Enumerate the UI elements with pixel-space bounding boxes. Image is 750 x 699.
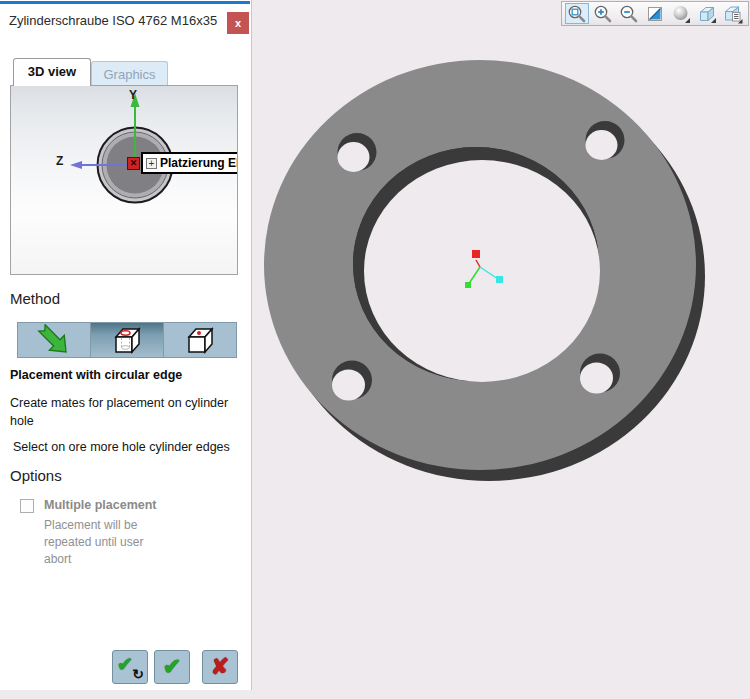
center-hole-opening xyxy=(364,160,600,382)
method-point-button[interactable] xyxy=(163,322,237,358)
ok-button[interactable]: ✔ xyxy=(154,650,190,684)
repeat-arrow-icon: ↻ xyxy=(132,667,144,681)
panel-accent-line xyxy=(0,1,250,4)
check-icon: ✔ xyxy=(163,656,181,678)
cube-point-icon xyxy=(182,324,218,356)
tab-3d-view[interactable]: 3D view xyxy=(13,58,91,86)
flange-part[interactable] xyxy=(252,0,750,699)
placement-plane-callout[interactable]: + Platzierung Ebene xyxy=(141,152,238,174)
description-line: abort xyxy=(44,551,143,568)
axis-y-label: Y xyxy=(129,88,137,102)
multiple-placement-description: Placement will be repeated until user ab… xyxy=(44,517,143,568)
zoom-in-icon[interactable] xyxy=(591,3,615,24)
options-heading: Options xyxy=(10,467,62,484)
multiple-placement-label: Multiple placement xyxy=(44,498,157,512)
placement-plane-label: Platzierung Ebene xyxy=(160,156,238,170)
shaded-view-icon[interactable] xyxy=(643,3,667,24)
origin-x-marker: ✕ xyxy=(127,157,140,170)
close-button[interactable]: x xyxy=(227,12,249,34)
expand-plus-icon[interactable]: + xyxy=(146,158,157,169)
free-placement-arrow-icon xyxy=(32,324,76,356)
application-window: Zylinderschraube ISO 4762 M16x35 x 3D vi… xyxy=(0,0,750,699)
check-icon: ✔ xyxy=(117,655,133,674)
multiple-placement-checkbox[interactable] xyxy=(20,499,34,513)
3d-viewport[interactable] xyxy=(252,0,750,699)
view-cube-icon[interactable] xyxy=(695,3,719,24)
method-free-placement-button[interactable] xyxy=(17,322,91,358)
method-description: Create mates for placement on cylinder h… xyxy=(10,394,238,430)
placement-dialog: Zylinderschraube ISO 4762 M16x35 x 3D vi… xyxy=(0,0,252,690)
apply-and-repeat-button[interactable]: ✔ ↻ xyxy=(112,650,148,684)
render-sphere-icon[interactable] xyxy=(669,3,693,24)
tab-graphics[interactable]: Graphics xyxy=(91,61,168,86)
dialog-title: Zylinderschraube ISO 4762 M16x35 xyxy=(9,13,219,28)
zoom-window-icon[interactable] xyxy=(565,3,589,24)
cancel-button[interactable]: ✘ xyxy=(202,650,238,684)
cross-icon: ✘ xyxy=(211,656,229,678)
cube-circular-hole-icon xyxy=(109,324,145,356)
method-heading: Method xyxy=(10,290,60,307)
view-toolbar xyxy=(561,1,749,26)
axis-z-label: Z xyxy=(56,154,63,168)
method-circular-edge-button[interactable] xyxy=(90,322,164,358)
screw-head-preview xyxy=(11,86,238,275)
method-selected-title: Placement with circular edge xyxy=(10,368,182,382)
method-hint: Select on ore more hole cylinder edges xyxy=(13,438,241,456)
screw-preview-viewport[interactable]: Y Z + Platzierung Ebene ✕ xyxy=(10,85,238,275)
method-button-group xyxy=(17,322,237,358)
zoom-out-icon[interactable] xyxy=(617,3,641,24)
description-line: Placement will be xyxy=(44,517,143,534)
description-line: repeated until user xyxy=(44,534,143,551)
cube-properties-icon[interactable] xyxy=(721,3,745,24)
